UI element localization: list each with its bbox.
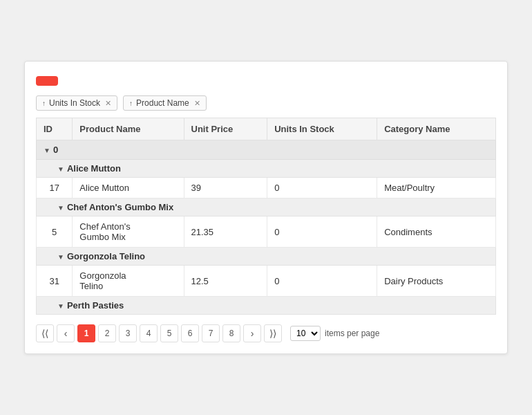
pagination-page-8[interactable]: 8 bbox=[222, 324, 240, 342]
cell-category_name: Dairy Products bbox=[377, 266, 496, 297]
cell-units_in_stock: 0 bbox=[267, 216, 377, 248]
cell-category_name: Condiments bbox=[377, 216, 496, 248]
toolbar bbox=[36, 73, 496, 86]
column-header-category_name[interactable]: Category Name bbox=[377, 118, 496, 140]
cell-product_name: Alice Mutton bbox=[73, 178, 184, 199]
cell-unit_price: 21.35 bbox=[184, 216, 267, 248]
expand-triangle-icon: ▼ bbox=[57, 302, 64, 310]
pagination-next-button[interactable]: › bbox=[243, 324, 261, 342]
cell-units_in_stock: 0 bbox=[267, 178, 377, 199]
cell-id: 17 bbox=[37, 178, 73, 199]
group-row-level-1[interactable]: ▼Gorgonzola Telino bbox=[37, 248, 496, 266]
main-container: ↑ Units In Stock ✕↑ Product Name ✕ IDPro… bbox=[24, 61, 508, 354]
expand-triangle-icon: ▼ bbox=[57, 253, 64, 261]
pagination-page-2[interactable]: 2 bbox=[98, 324, 116, 342]
expand-triangle-icon: ▼ bbox=[57, 204, 64, 212]
cell-product_name: GorgonzolaTelino bbox=[73, 266, 184, 297]
sort-arrow-icon: ↑ bbox=[129, 100, 133, 107]
group-tag-label: Units In Stock bbox=[49, 98, 100, 108]
pagination-bar: ⟨⟨‹12345678›⟩⟩ 10 20 50 items per page bbox=[36, 324, 496, 342]
group-tags-bar: ↑ Units In Stock ✕↑ Product Name ✕ bbox=[36, 95, 496, 111]
pagination-page-1[interactable]: 1 bbox=[77, 324, 95, 342]
cell-id: 5 bbox=[37, 216, 73, 248]
group-row-level-1[interactable]: ▼Alice Mutton bbox=[37, 160, 496, 178]
cell-id: 31 bbox=[37, 266, 73, 297]
data-table: IDProduct NameUnit PriceUnits In StockCa… bbox=[36, 118, 496, 315]
group-label-level-0: ▼0 bbox=[37, 140, 496, 160]
table-row: 17Alice Mutton390Meat/Poultry bbox=[37, 178, 496, 199]
column-header-id[interactable]: ID bbox=[37, 118, 73, 140]
group-label-level-1: ▼Perth Pasties bbox=[37, 297, 496, 315]
group-row-level-1[interactable]: ▼Chef Anton's Gumbo Mix bbox=[37, 199, 496, 216]
group-label-level-1: ▼Gorgonzola Telino bbox=[37, 248, 496, 266]
column-header-units_in_stock[interactable]: Units In Stock bbox=[267, 118, 377, 140]
cell-units_in_stock: 0 bbox=[267, 266, 377, 297]
group-tag-label: Product Name bbox=[136, 98, 189, 108]
table-row: 5Chef Anton'sGumbo Mix21.350Condiments bbox=[37, 216, 496, 248]
pagination-page-6[interactable]: 6 bbox=[181, 324, 199, 342]
remove-group-tag-button[interactable]: ✕ bbox=[105, 99, 111, 108]
group-label-level-1: ▼Alice Mutton bbox=[37, 160, 496, 178]
pagination-page-4[interactable]: 4 bbox=[140, 324, 158, 342]
group-row-level-1[interactable]: ▼Perth Pasties bbox=[37, 297, 496, 315]
pagination-page-3[interactable]: 3 bbox=[119, 324, 137, 342]
table-row: 31GorgonzolaTelino12.50Dairy Products bbox=[37, 266, 496, 297]
column-header-product_name[interactable]: Product Name bbox=[73, 118, 184, 140]
column-header-unit_price[interactable]: Unit Price bbox=[184, 118, 267, 140]
pagination-page-7[interactable]: 7 bbox=[202, 324, 220, 342]
pagination-prev-button[interactable]: ‹ bbox=[57, 324, 75, 342]
group-tag: ↑ Product Name ✕ bbox=[123, 95, 207, 111]
cell-unit_price: 39 bbox=[184, 178, 267, 199]
remove-group-tag-button[interactable]: ✕ bbox=[194, 99, 200, 108]
pagination-last-button[interactable]: ⟩⟩ bbox=[264, 324, 282, 342]
items-per-page-control: 10 20 50 items per page bbox=[290, 326, 379, 341]
items-per-page-select[interactable]: 10 20 50 bbox=[290, 326, 321, 341]
cell-unit_price: 12.5 bbox=[184, 266, 267, 297]
pagination-first-button[interactable]: ⟨⟨ bbox=[36, 324, 54, 342]
items-per-page-label: items per page bbox=[325, 329, 379, 338]
cell-product_name: Chef Anton'sGumbo Mix bbox=[73, 216, 184, 248]
expand-triangle-icon: ▼ bbox=[44, 147, 50, 154]
group-tag: ↑ Units In Stock ✕ bbox=[36, 95, 117, 111]
group-row-level-0[interactable]: ▼0 bbox=[37, 140, 496, 160]
expand-triangle-icon: ▼ bbox=[57, 165, 64, 173]
expand-groups-button[interactable] bbox=[36, 76, 58, 86]
table-header-row: IDProduct NameUnit PriceUnits In StockCa… bbox=[37, 118, 496, 140]
pagination-page-5[interactable]: 5 bbox=[160, 324, 178, 342]
group-label-level-1: ▼Chef Anton's Gumbo Mix bbox=[37, 199, 496, 216]
sort-arrow-icon: ↑ bbox=[42, 100, 46, 107]
cell-category_name: Meat/Poultry bbox=[377, 178, 496, 199]
